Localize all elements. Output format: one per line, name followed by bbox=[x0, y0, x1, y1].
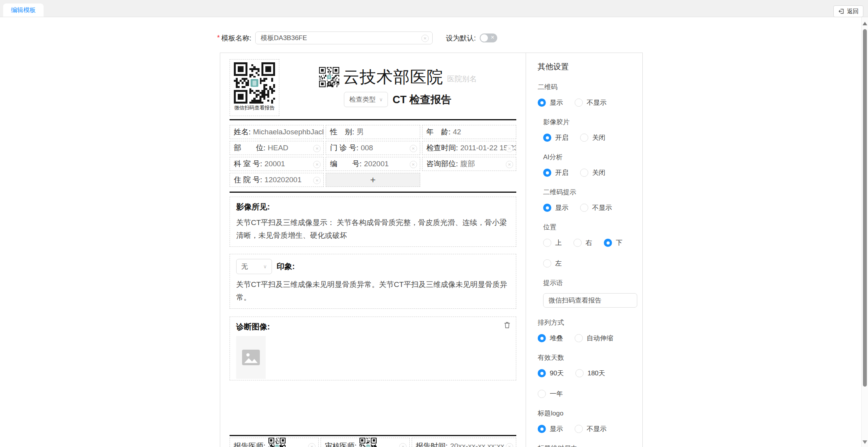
add-field-button[interactable]: + bbox=[326, 173, 420, 187]
radio-option[interactable]: 显示 bbox=[543, 203, 568, 212]
radio-option[interactable]: 不显示 bbox=[575, 424, 607, 433]
radio-option-label: 显示 bbox=[550, 424, 563, 433]
setting-label-5: 提示语 bbox=[543, 278, 635, 287]
radio-option[interactable]: 左 bbox=[543, 259, 562, 268]
findings-section[interactable]: 影像所见: 关节CT平扫及三维成像显示： 关节各构成骨骨质完整，骨皮质光滑、连续… bbox=[230, 197, 516, 247]
patient-field-cell[interactable]: 检查时间:2011-01-22 15:23:11✕ bbox=[422, 141, 516, 155]
patient-field-label: 咨询部位: bbox=[426, 159, 458, 169]
radio-option[interactable]: 180天 bbox=[575, 369, 605, 378]
radio-option[interactable]: 不显示 bbox=[580, 203, 612, 212]
patient-field-cell[interactable]: 门 诊 号:008✕ bbox=[326, 141, 420, 155]
patient-field-cell[interactable]: 姓名:MichaelaJosephbJackson bbox=[230, 125, 324, 139]
radio-option[interactable]: 右 bbox=[573, 238, 592, 247]
clear-icon[interactable]: ✕ bbox=[313, 145, 321, 152]
radio-option[interactable]: 下 bbox=[604, 238, 623, 247]
radio-option-label: 开启 bbox=[555, 133, 568, 142]
scroll-down-arrow-icon[interactable] bbox=[863, 440, 867, 444]
impression-label: 印象: bbox=[277, 261, 295, 272]
patient-field-label: 姓名: bbox=[234, 127, 251, 137]
radio-dot-icon bbox=[543, 239, 551, 247]
report-time-value: 20xx-xx-xx xx:xx bbox=[450, 442, 504, 447]
clear-icon[interactable]: ✕ bbox=[410, 161, 417, 168]
report-doctor-cell[interactable]: 报告医师:✕ bbox=[230, 438, 319, 447]
report-time-cell[interactable]: 报告时间:20xx-xx-xx xx:xx✕ bbox=[412, 438, 516, 447]
patient-field-value: 120202001 bbox=[265, 176, 302, 184]
clear-icon[interactable]: ✕ bbox=[410, 145, 417, 152]
impression-select[interactable]: 无 ∨ bbox=[236, 259, 272, 274]
patient-field-cell[interactable]: 部 位:HEAD✕ bbox=[230, 141, 324, 155]
radio-option[interactable]: 堆叠 bbox=[538, 334, 563, 343]
chevron-down-icon: ∨ bbox=[379, 97, 383, 102]
radio-group: 开启关闭 bbox=[543, 133, 635, 142]
clear-icon[interactable]: ✕ bbox=[421, 35, 429, 42]
hospital-title-block: 云技术部医院 医院别名 检查类型 ∨ CT 检查报告 bbox=[279, 59, 516, 116]
radio-option[interactable]: 开启 bbox=[543, 133, 568, 142]
setting-label-9: 标题绝对居中 bbox=[538, 444, 635, 447]
page-scrollbar[interactable] bbox=[861, 17, 868, 447]
template-name-input[interactable]: 模板DA3B36FE ✕ bbox=[255, 32, 433, 44]
findings-text: 关节CT平扫及三维成像显示： 关节各构成骨骨质完整，骨皮质光滑、连续，骨小梁清晰… bbox=[236, 216, 510, 242]
radio-option[interactable]: 自动伸缩 bbox=[575, 334, 613, 343]
scroll-up-arrow-icon[interactable] bbox=[863, 22, 867, 25]
radio-group: 上右下左 bbox=[543, 238, 635, 268]
radio-dot-icon bbox=[580, 134, 588, 142]
other-settings-sidebar: 其他设置 二维码显示不显示影像胶片开启关闭AI分析开启关闭二维码提示显示不显示位… bbox=[526, 53, 642, 447]
signature-stamp-image bbox=[359, 438, 377, 447]
divider bbox=[230, 435, 516, 436]
trash-icon[interactable] bbox=[503, 321, 511, 331]
image-placeholder[interactable] bbox=[236, 336, 266, 379]
settings-list: 二维码显示不显示影像胶片开启关闭AI分析开启关闭二维码提示显示不显示位置上右下左… bbox=[538, 83, 635, 447]
clear-icon[interactable]: ✕ bbox=[308, 443, 316, 447]
radio-dot-icon bbox=[538, 99, 546, 107]
radio-option[interactable]: 开启 bbox=[543, 168, 568, 177]
clear-icon[interactable]: ✕ bbox=[313, 161, 321, 168]
radio-dot-icon bbox=[543, 259, 551, 267]
patient-field-label: 年 龄: bbox=[426, 127, 451, 137]
radio-option[interactable]: 上 bbox=[543, 238, 562, 247]
patient-field-cell[interactable]: 性 别:男 bbox=[326, 125, 420, 139]
impression-select-value: 无 bbox=[241, 262, 248, 271]
patient-info-grid: 姓名:MichaelaJosephbJackson性 别:男年 龄:42部 位:… bbox=[230, 125, 516, 187]
setting-label-7: 有效天数 bbox=[538, 353, 635, 362]
clear-icon[interactable]: ✕ bbox=[506, 161, 513, 168]
radio-option-label: 180天 bbox=[587, 369, 605, 378]
radio-option[interactable]: 显示 bbox=[538, 98, 563, 107]
radio-option[interactable]: 90天 bbox=[538, 369, 564, 378]
clear-icon[interactable]: ✕ bbox=[313, 177, 321, 184]
radio-option[interactable]: 不显示 bbox=[575, 98, 607, 107]
patient-field-cell[interactable]: 咨询部位:腹部✕ bbox=[422, 157, 516, 171]
radio-option[interactable]: 一年 bbox=[538, 389, 563, 398]
radio-option[interactable]: 关闭 bbox=[580, 168, 605, 177]
radio-option[interactable]: 关闭 bbox=[580, 133, 605, 142]
hint-text-input[interactable]: 微信扫码查看报告 bbox=[543, 293, 637, 308]
divider bbox=[230, 192, 516, 193]
scrollbar-thumb[interactable] bbox=[863, 29, 867, 387]
radio-dot-icon bbox=[543, 134, 551, 142]
patient-field-cell[interactable]: 年 龄:42 bbox=[422, 125, 516, 139]
radio-option[interactable]: 显示 bbox=[538, 424, 563, 433]
diagnostic-image-section[interactable]: 诊断图像: bbox=[230, 317, 516, 380]
wechat-qr-block[interactable]: 微信扫码查看报告 bbox=[230, 59, 279, 116]
clear-icon[interactable]: ✕ bbox=[506, 145, 513, 152]
clear-icon[interactable]: ✕ bbox=[399, 443, 407, 447]
patient-field-cell[interactable]: 住 院 号:120202001✕ bbox=[230, 173, 324, 187]
back-button[interactable]: 返回 bbox=[833, 5, 863, 17]
hospital-alias: 医院别名 bbox=[447, 74, 477, 84]
tab-edit-template[interactable]: 编辑模板 bbox=[3, 4, 44, 17]
exam-type-value: 检查类型 bbox=[349, 95, 375, 104]
review-doctor-cell[interactable]: 审核医师:✕ bbox=[321, 438, 410, 447]
patient-field-value: 008 bbox=[361, 144, 373, 152]
settings-title: 其他设置 bbox=[538, 62, 635, 72]
clear-icon[interactable]: ✕ bbox=[506, 443, 513, 447]
radio-option-label: 显示 bbox=[555, 203, 568, 212]
patient-field-value: 20001 bbox=[265, 160, 285, 168]
set-default-toggle[interactable]: ✕ bbox=[480, 33, 497, 42]
radio-group: 显示不显示 bbox=[543, 203, 635, 212]
patient-field-cell[interactable]: 科 室 号:20001✕ bbox=[230, 157, 324, 171]
patient-field-cell[interactable]: 编 号:202001✕ bbox=[326, 157, 420, 171]
exam-type-select[interactable]: 检查类型 ∨ bbox=[344, 92, 388, 107]
setting-label-1: 影像胶片 bbox=[543, 118, 635, 127]
report-footer: 报告医师:✕审核医师:✕报告时间:20xx-xx-xx xx:xx✕ bbox=[230, 435, 516, 447]
patient-field-value: HEAD bbox=[268, 144, 288, 152]
impression-section[interactable]: 无 ∨ 印象: 关节CT平扫及三维成像未见明显骨质异常。关节CT平扫及三维成像未… bbox=[230, 254, 516, 309]
